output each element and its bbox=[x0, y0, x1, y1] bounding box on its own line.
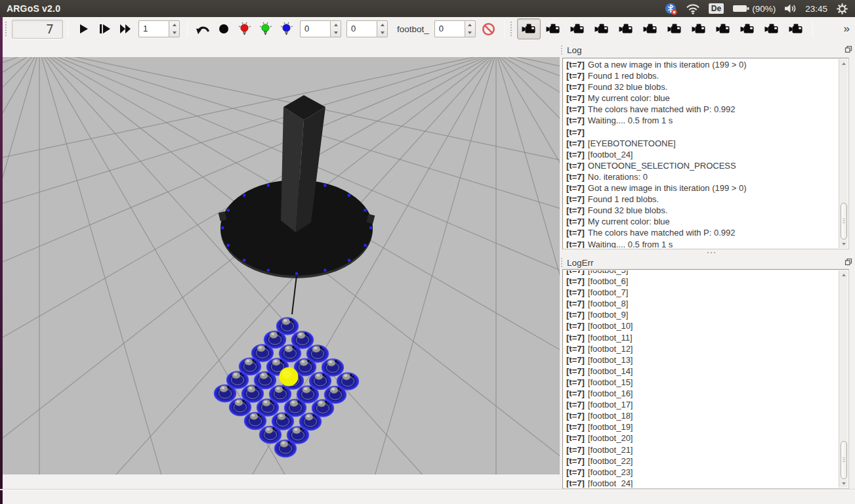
log-entry: [t=7][footbot_23] bbox=[566, 467, 839, 478]
scroll-up-button[interactable] bbox=[839, 59, 848, 68]
opengl-3d-view[interactable] bbox=[3, 57, 560, 474]
entity-id-spinbox[interactable]: 0 bbox=[434, 20, 476, 37]
speed-spinbox[interactable]: 1 bbox=[138, 20, 180, 37]
pose-x-spinbox[interactable]: 0 bbox=[300, 20, 341, 37]
disc-led bbox=[243, 194, 245, 197]
toolbar-overflow-chevron[interactable]: » bbox=[844, 22, 850, 35]
red-light-button[interactable] bbox=[234, 19, 255, 39]
spin-up-button[interactable] bbox=[465, 21, 475, 29]
log-scrollbar[interactable] bbox=[839, 59, 848, 248]
play-icon bbox=[77, 22, 90, 35]
arena-scene bbox=[3, 57, 560, 474]
log-entry: [t=7]My current color: blue bbox=[566, 93, 839, 104]
scroll-down-button[interactable] bbox=[839, 240, 848, 248]
camera-1-button[interactable] bbox=[517, 18, 541, 39]
float-panel-button[interactable] bbox=[845, 44, 852, 56]
camera-icon bbox=[764, 22, 780, 36]
dock-splitter-handle[interactable] bbox=[707, 252, 715, 253]
spin-down-button[interactable] bbox=[465, 29, 475, 37]
volume-icon[interactable] bbox=[784, 3, 797, 14]
camera-12-button[interactable] bbox=[784, 18, 808, 39]
clock[interactable]: 23:45 bbox=[805, 4, 827, 14]
camera-8-button[interactable] bbox=[687, 18, 711, 39]
reset-button[interactable] bbox=[192, 19, 213, 39]
camera-11-button[interactable] bbox=[760, 18, 783, 39]
camera-icon bbox=[570, 22, 585, 36]
logerr-listbox[interactable]: [t=7][footbot_5][t=7][footbot_6][t=7][fo… bbox=[562, 269, 849, 489]
camera-4-button[interactable] bbox=[590, 18, 614, 39]
camera-10-button[interactable] bbox=[736, 18, 759, 39]
log-entry: [t=7]Got a new image in this iteration (… bbox=[566, 59, 839, 70]
scroll-down-button[interactable] bbox=[839, 479, 848, 488]
light-highlight bbox=[282, 369, 291, 379]
green-lightbulb-icon bbox=[258, 21, 274, 37]
system-tray: De (90%) 23:45 bbox=[665, 3, 848, 15]
remove-entity-button[interactable] bbox=[478, 19, 499, 39]
speed-value[interactable]: 1 bbox=[138, 20, 169, 37]
camera-7-button[interactable] bbox=[663, 18, 686, 39]
disc-led bbox=[323, 184, 326, 186]
footbot-robot[interactable] bbox=[215, 385, 236, 402]
logerr-panel-titlebar[interactable]: LogErr bbox=[561, 256, 854, 269]
camera-5-button[interactable] bbox=[614, 18, 638, 39]
footbot-robot[interactable] bbox=[260, 427, 282, 444]
scrollbar-thumb[interactable] bbox=[841, 203, 847, 240]
step-button[interactable] bbox=[94, 19, 115, 39]
toolbar-separator bbox=[504, 20, 505, 37]
record-button[interactable] bbox=[213, 19, 234, 39]
step-counter-lcd: 7 bbox=[12, 20, 63, 39]
disc-led bbox=[267, 269, 270, 272]
spin-up-button[interactable] bbox=[169, 21, 179, 29]
log-panel-titlebar[interactable]: Log bbox=[561, 43, 854, 56]
pose-x-value[interactable]: 0 bbox=[300, 20, 330, 37]
battery-icon[interactable]: (90%) bbox=[732, 4, 776, 14]
pose-y-value[interactable]: 0 bbox=[346, 20, 377, 37]
panel-drag-handle[interactable] bbox=[561, 258, 564, 267]
log-entry: [t=7][footbot_21] bbox=[566, 444, 839, 455]
spin-down-button[interactable] bbox=[331, 29, 341, 37]
green-light-button[interactable] bbox=[255, 19, 276, 39]
footbot-robot[interactable] bbox=[245, 413, 266, 430]
log-entry: [t=7]Waiting.... 0.5 from 1 s bbox=[566, 239, 839, 249]
log-entry: [t=7]My current color: blue bbox=[566, 216, 839, 227]
camera-2-button[interactable] bbox=[541, 18, 565, 39]
log-entry: [t=7][footbot_8] bbox=[566, 298, 839, 309]
play-button[interactable] bbox=[73, 19, 94, 39]
camera-3-button[interactable] bbox=[566, 18, 589, 39]
camera-icon bbox=[521, 22, 537, 36]
blue-light-button[interactable] bbox=[276, 19, 297, 39]
toolbar-drag-handle[interactable] bbox=[5, 22, 10, 36]
footbot-robot[interactable] bbox=[230, 399, 251, 416]
camera-toolbar-drag-handle[interactable] bbox=[511, 22, 515, 36]
wifi-icon[interactable] bbox=[686, 3, 700, 14]
footbot-robot[interactable] bbox=[275, 440, 297, 457]
scroll-up-button[interactable] bbox=[839, 270, 848, 279]
camera-9-button[interactable] bbox=[711, 18, 735, 39]
ban-icon bbox=[481, 22, 496, 37]
spin-down-button[interactable] bbox=[169, 29, 179, 37]
disc-led bbox=[221, 226, 224, 229]
camera-6-button[interactable] bbox=[638, 18, 662, 39]
scrollbar-thumb[interactable] bbox=[841, 441, 847, 479]
panel-drag-handle[interactable] bbox=[561, 45, 564, 54]
entity-id-value[interactable]: 0 bbox=[434, 20, 465, 37]
entity-prefix-label: footbot_ bbox=[397, 24, 429, 34]
spin-down-button[interactable] bbox=[377, 29, 387, 37]
camera-icon bbox=[788, 22, 804, 36]
spin-up-button[interactable] bbox=[331, 21, 341, 29]
disc-led bbox=[323, 269, 326, 272]
battery-percent: (90%) bbox=[752, 4, 776, 14]
gear-icon[interactable] bbox=[836, 3, 848, 15]
logerr-scrollbar[interactable] bbox=[839, 270, 848, 488]
log-listbox[interactable]: [t=7]Got a new image in this iteration (… bbox=[562, 58, 849, 249]
spin-up-button[interactable] bbox=[377, 21, 387, 29]
argos-window: ARGoS v2.0 bbox=[0, 0, 855, 504]
log-entry: [t=7]Waiting.... 0.5 from 1 s bbox=[566, 115, 839, 126]
float-panel-button[interactable] bbox=[845, 257, 852, 268]
keyboard-layout-indicator[interactable]: De bbox=[709, 3, 724, 14]
log-entry: [t=7]Found 32 blue blobs. bbox=[566, 205, 839, 216]
pose-y-spinbox[interactable]: 0 bbox=[346, 20, 388, 37]
bluetooth-icon[interactable] bbox=[665, 3, 677, 15]
fast-forward-button[interactable] bbox=[115, 19, 136, 39]
log-entry: [t=7]ONETOONE_SELECTION_PROCESS bbox=[566, 160, 839, 171]
